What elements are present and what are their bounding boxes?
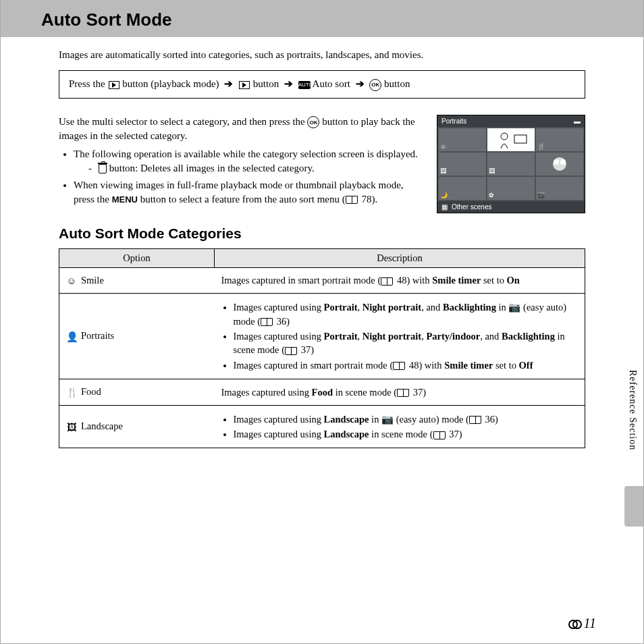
- lcd-cell: 🖼: [439, 153, 486, 176]
- subheading: Auto Sort Mode Categories: [59, 225, 585, 242]
- option-desc: Images captured in smart portrait mode (…: [215, 267, 585, 294]
- option-name: Food: [81, 386, 101, 397]
- instr-bullet: 78).: [362, 194, 378, 205]
- navigation-path-box: Press the button (playback mode) ➔ butto…: [59, 70, 585, 99]
- svg-point-4: [560, 159, 566, 165]
- table-row: ☺Smile Images captured in smart portrait…: [59, 267, 585, 294]
- lcd-cell: 🎬: [536, 177, 583, 200]
- table-row: 👤Portraits Images captured using Portrai…: [59, 294, 585, 379]
- lcd-footer: Other scenes: [452, 203, 491, 211]
- svg-point-0: [501, 133, 508, 140]
- lcd-cell: 🍴: [536, 128, 583, 151]
- lcd-cell: 🌙: [439, 177, 486, 200]
- ok-button-icon: OK: [369, 79, 381, 91]
- ok-button-icon: OK: [307, 116, 319, 128]
- instr-sub: button: Deletes all images in the select…: [109, 163, 315, 173]
- page-title: Auto Sort Mode: [41, 9, 627, 30]
- option-desc: Images captured using Food in scene mode…: [215, 379, 585, 405]
- book-icon: [397, 389, 409, 397]
- nav-button-2: button: [384, 78, 410, 89]
- book-icon: [381, 277, 393, 286]
- arrow-icon: ➔: [284, 78, 293, 89]
- instructions: Use the multi selector to select a categ…: [59, 115, 425, 213]
- book-icon: [393, 362, 405, 370]
- reference-link-icon: [568, 620, 582, 628]
- lcd-cell: ✿: [487, 177, 535, 200]
- nav-button: button: [253, 78, 279, 89]
- smile-icon: ☺: [66, 274, 77, 288]
- table-header-description: Description: [215, 248, 585, 267]
- lcd-header: Portraits: [441, 117, 466, 125]
- intro-text: Images are automatically sorted into cat…: [59, 49, 585, 61]
- option-desc: Images captured using Portrait, Night po…: [215, 294, 585, 379]
- playback-icon: [239, 81, 250, 89]
- lcd-cell-selected: [487, 128, 535, 151]
- auto-icon: AUTO: [298, 81, 311, 89]
- arrow-icon: ➔: [356, 78, 365, 89]
- dash: -: [88, 161, 92, 176]
- portrait-icon: 👤: [66, 330, 77, 344]
- playback-icon: [109, 81, 119, 89]
- trash-icon: [99, 164, 107, 173]
- food-icon: 🍴: [66, 385, 77, 399]
- nav-press: Press the: [69, 78, 105, 89]
- menu-button-text: MENU: [112, 194, 138, 205]
- title-bar: Auto Sort Mode: [1, 0, 643, 37]
- option-desc: Images captured using Landscape in 📷 (ea…: [215, 405, 585, 448]
- table-header-option: Option: [59, 248, 215, 267]
- table-row: 🖼Landscape Images captured using Landsca…: [59, 405, 585, 448]
- lcd-cell: 🖼: [487, 153, 535, 176]
- book-icon: [433, 431, 446, 439]
- book-icon: [346, 196, 358, 204]
- book-icon: [469, 416, 481, 424]
- nav-playback: button (playback mode): [122, 78, 219, 89]
- battery-icon: ▬: [574, 117, 581, 125]
- side-tab-label: Reference Section: [622, 365, 643, 456]
- instr-line: Use the multi selector to select a categ…: [59, 116, 305, 127]
- nav-auto-sort: Auto sort: [313, 78, 350, 89]
- table-row: 🍴Food Images captured using Food in scen…: [59, 379, 585, 405]
- side-tab-marker: [624, 486, 643, 527]
- option-name: Smile: [81, 275, 104, 286]
- instr-bullet: button to select a feature from the auto…: [140, 194, 346, 205]
- svg-point-3: [554, 159, 559, 165]
- page-number: 11: [568, 616, 596, 631]
- categories-table: Option Description ☺Smile Images capture…: [59, 248, 585, 449]
- book-icon: [285, 347, 297, 355]
- grid-icon: ▦: [441, 203, 448, 211]
- option-name: Landscape: [81, 421, 123, 431]
- landscape-icon: 🖼: [66, 421, 77, 434]
- svg-rect-1: [514, 135, 527, 143]
- lcd-cell: [536, 153, 583, 176]
- camera-lcd-preview: Portraits ▬ ☺ 🍴 🖼 🖼 🌙 ✿ 🎬: [437, 115, 585, 213]
- arrow-icon: ➔: [224, 78, 233, 89]
- lcd-cell: ☺: [439, 128, 486, 151]
- book-icon: [261, 318, 273, 326]
- option-name: Portraits: [81, 330, 114, 341]
- instr-bullet: The following operation is available whi…: [74, 149, 418, 159]
